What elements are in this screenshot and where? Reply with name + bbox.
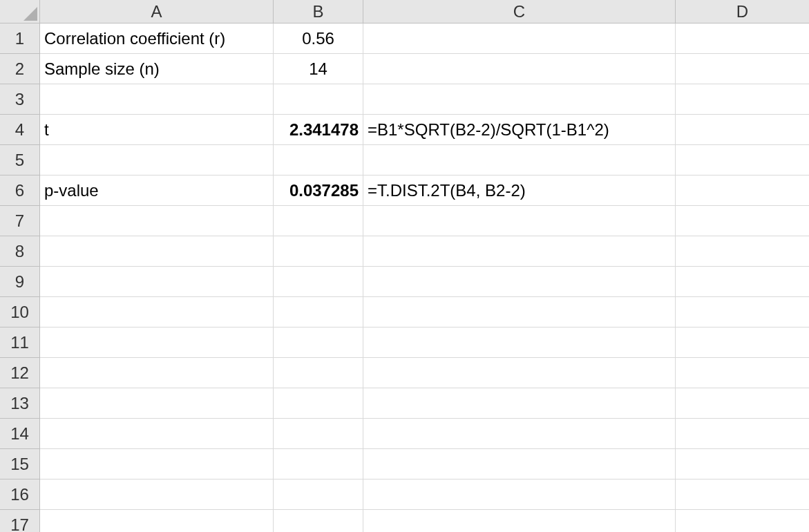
cell-D11[interactable] [676, 327, 809, 358]
row-header-6[interactable]: 6 [0, 175, 40, 206]
cell-D17[interactable] [676, 510, 809, 532]
cell-A5[interactable] [40, 145, 274, 175]
cell-B7[interactable] [274, 206, 363, 236]
cell-B4[interactable]: 2.341478 [274, 115, 363, 145]
cell-D16[interactable] [676, 479, 809, 510]
cell-D1[interactable] [676, 23, 809, 54]
cell-D5[interactable] [676, 145, 809, 175]
cell-D7[interactable] [676, 206, 809, 236]
row-header-14[interactable]: 14 [0, 419, 40, 449]
cell-C10[interactable] [363, 297, 676, 327]
row-header-1[interactable]: 1 [0, 23, 40, 54]
col-header-A[interactable]: A [40, 0, 274, 23]
cell-B14[interactable] [274, 419, 363, 449]
row-header-4[interactable]: 4 [0, 115, 40, 145]
row-header-3[interactable]: 3 [0, 84, 40, 115]
cell-A1[interactable]: Correlation coefficient (r) [40, 23, 274, 54]
cell-A13[interactable] [40, 388, 274, 419]
row-header-5[interactable]: 5 [0, 145, 40, 175]
row-header-17[interactable]: 17 [0, 510, 40, 532]
col-header-C[interactable]: C [363, 0, 676, 23]
cell-C7[interactable] [363, 206, 676, 236]
select-all-triangle-icon [23, 7, 37, 21]
cell-B11[interactable] [274, 327, 363, 358]
cell-C8[interactable] [363, 236, 676, 267]
row-header-13[interactable]: 13 [0, 388, 40, 419]
row-header-7[interactable]: 7 [0, 206, 40, 236]
cell-C15[interactable] [363, 449, 676, 479]
row-header-16[interactable]: 16 [0, 479, 40, 510]
cell-A7[interactable] [40, 206, 274, 236]
cell-C12[interactable] [363, 358, 676, 388]
cell-B5[interactable] [274, 145, 363, 175]
row-header-2[interactable]: 2 [0, 54, 40, 84]
cell-D15[interactable] [676, 449, 809, 479]
col-header-B[interactable]: B [274, 0, 363, 23]
row-header-15[interactable]: 15 [0, 449, 40, 479]
cell-D12[interactable] [676, 358, 809, 388]
cell-B17[interactable] [274, 510, 363, 532]
cell-A12[interactable] [40, 358, 274, 388]
cell-D13[interactable] [676, 388, 809, 419]
cell-B1[interactable]: 0.56 [274, 23, 363, 54]
cell-D9[interactable] [676, 267, 809, 297]
cell-C17[interactable] [363, 510, 676, 532]
cell-A8[interactable] [40, 236, 274, 267]
cell-B15[interactable] [274, 449, 363, 479]
cell-C14[interactable] [363, 419, 676, 449]
cell-D14[interactable] [676, 419, 809, 449]
cell-A4[interactable]: t [40, 115, 274, 145]
cell-A3[interactable] [40, 84, 274, 115]
cell-C6[interactable]: =T.DIST.2T(B4, B2-2) [363, 175, 676, 206]
row-header-8[interactable]: 8 [0, 236, 40, 267]
cell-B10[interactable] [274, 297, 363, 327]
cell-C16[interactable] [363, 479, 676, 510]
cell-C2[interactable] [363, 54, 676, 84]
cell-A6[interactable]: p-value [40, 175, 274, 206]
cell-C1[interactable] [363, 23, 676, 54]
cell-A2[interactable]: Sample size (n) [40, 54, 274, 84]
cell-C13[interactable] [363, 388, 676, 419]
cell-D2[interactable] [676, 54, 809, 84]
cell-C5[interactable] [363, 145, 676, 175]
cell-C4[interactable]: =B1*SQRT(B2-2)/SQRT(1-B1^2) [363, 115, 676, 145]
cell-B2[interactable]: 14 [274, 54, 363, 84]
cell-D10[interactable] [676, 297, 809, 327]
cell-A10[interactable] [40, 297, 274, 327]
cell-A15[interactable] [40, 449, 274, 479]
cell-C9[interactable] [363, 267, 676, 297]
cell-B8[interactable] [274, 236, 363, 267]
row-header-12[interactable]: 12 [0, 358, 40, 388]
cell-B16[interactable] [274, 479, 363, 510]
cell-C3[interactable] [363, 84, 676, 115]
cell-D8[interactable] [676, 236, 809, 267]
row-header-9[interactable]: 9 [0, 267, 40, 297]
cell-A17[interactable] [40, 510, 274, 532]
row-header-11[interactable]: 11 [0, 327, 40, 358]
col-header-D[interactable]: D [676, 0, 809, 23]
cell-B6[interactable]: 0.037285 [274, 175, 363, 206]
spreadsheet-grid: A B C D 1 Correlation coefficient (r) 0.… [0, 0, 809, 532]
cell-C11[interactable] [363, 327, 676, 358]
cell-D4[interactable] [676, 115, 809, 145]
cell-B3[interactable] [274, 84, 363, 115]
row-header-10[interactable]: 10 [0, 297, 40, 327]
cell-D6[interactable] [676, 175, 809, 206]
cell-B9[interactable] [274, 267, 363, 297]
cell-A11[interactable] [40, 327, 274, 358]
cell-A9[interactable] [40, 267, 274, 297]
cell-B12[interactable] [274, 358, 363, 388]
cell-B13[interactable] [274, 388, 363, 419]
cell-A14[interactable] [40, 419, 274, 449]
cell-D3[interactable] [676, 84, 809, 115]
select-all-corner[interactable] [0, 0, 40, 23]
cell-A16[interactable] [40, 479, 274, 510]
